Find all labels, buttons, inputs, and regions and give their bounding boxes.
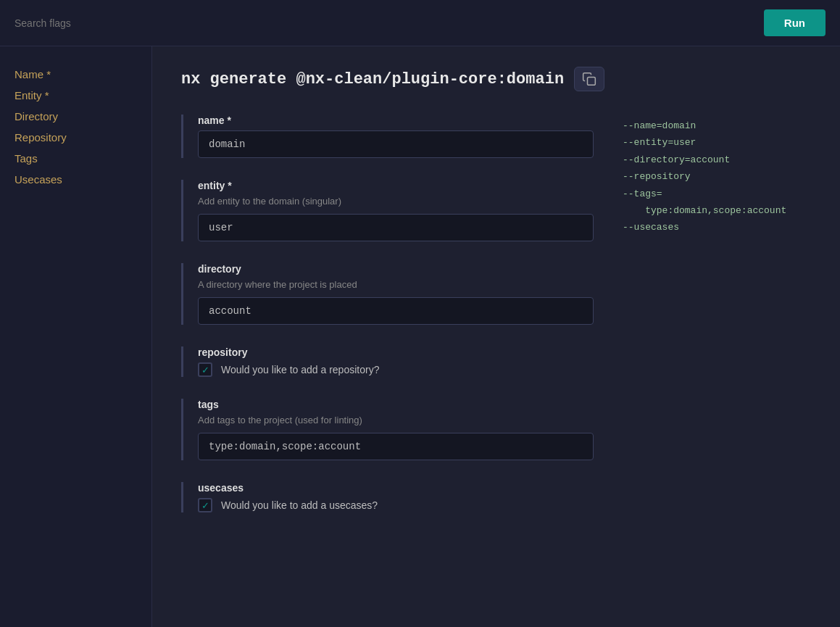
- content: nx generate @nx-clean/plugin-core:domain…: [152, 46, 840, 627]
- sidebar-item-name[interactable]: Name *: [14, 64, 137, 85]
- directory-label: directory: [198, 263, 594, 275]
- entity-input[interactable]: [198, 214, 594, 241]
- usecases-checkbox-label: Would you like to add a usecases?: [221, 499, 378, 511]
- preview-code: --name=domain --entity=user --directory=…: [623, 117, 811, 236]
- name-input[interactable]: [198, 130, 594, 158]
- sidebar-item-entity[interactable]: Entity *: [14, 85, 137, 106]
- usecases-checkbox[interactable]: ✓: [198, 498, 212, 512]
- copy-button[interactable]: [574, 67, 604, 91]
- svg-rect-0: [588, 78, 596, 86]
- usecases-label: usecases: [198, 482, 594, 494]
- preview-area: --name=domain --entity=user --directory=…: [623, 115, 811, 534]
- tags-label: tags: [198, 399, 594, 410]
- tags-description: Add tags to the project (used for lintin…: [198, 415, 594, 425]
- tags-section: tags Add tags to the project (used for l…: [181, 399, 594, 460]
- header: Run: [0, 0, 840, 46]
- repository-label: repository: [198, 346, 594, 358]
- sidebar-item-repository[interactable]: Repository: [14, 127, 137, 148]
- repository-checkbox-label: Would you like to add a repository?: [221, 364, 379, 375]
- name-section: name *: [181, 115, 594, 158]
- run-button[interactable]: Run: [764, 9, 826, 36]
- name-label: name *: [198, 115, 594, 126]
- entity-label: entity *: [198, 180, 594, 191]
- directory-input[interactable]: [198, 297, 594, 325]
- directory-description: A directory where the project is placed: [198, 279, 594, 290]
- sidebar: Name *Entity *DirectoryRepositoryTagsUse…: [0, 46, 152, 627]
- repository-checkbox[interactable]: ✓: [198, 362, 212, 377]
- entity-description: Add entity to the domain (singular): [198, 196, 594, 207]
- form-preview-layout: name * entity * Add entity to the domain…: [181, 115, 811, 534]
- sidebar-item-tags[interactable]: Tags: [14, 148, 137, 169]
- usecases-checkbox-row: ✓ Would you like to add a usecases?: [198, 498, 594, 512]
- directory-section: directory A directory where the project …: [181, 263, 594, 325]
- sidebar-item-directory[interactable]: Directory: [14, 106, 137, 127]
- search-input[interactable]: [14, 17, 159, 29]
- repository-section: repository ✓ Would you like to add a rep…: [181, 346, 594, 377]
- sidebar-item-usecases[interactable]: Usecases: [14, 169, 137, 190]
- tags-input[interactable]: [198, 433, 594, 460]
- entity-section: entity * Add entity to the domain (singu…: [181, 180, 594, 241]
- command-title: nx generate @nx-clean/plugin-core:domain: [181, 70, 564, 88]
- copy-icon: [582, 72, 596, 86]
- main-layout: Name *Entity *DirectoryRepositoryTagsUse…: [0, 46, 840, 627]
- usecases-section: usecases ✓ Would you like to add a useca…: [181, 482, 594, 512]
- command-title-row: nx generate @nx-clean/plugin-core:domain: [181, 67, 811, 91]
- form-area: name * entity * Add entity to the domain…: [181, 115, 594, 534]
- repository-checkbox-row: ✓ Would you like to add a repository?: [198, 362, 594, 377]
